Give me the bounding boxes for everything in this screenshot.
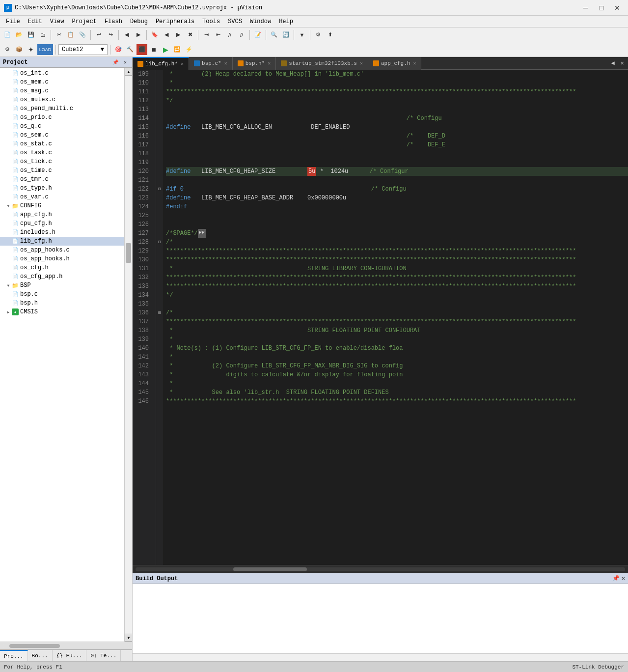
sidebar-item-bsp_h[interactable]: 📄 bsp.h (0, 299, 124, 308)
fold-136[interactable]: ⊟ (156, 308, 163, 317)
insert-snippet-button[interactable]: 📝 (252, 29, 263, 40)
debug-settings-button[interactable]: ⚙ (313, 29, 324, 40)
indent-button[interactable]: ⇥ (201, 29, 212, 40)
save-all-button[interactable]: 🗂 (37, 29, 48, 40)
open-button[interactable]: 📂 (14, 29, 25, 40)
build-target-button[interactable]: 🔨 (125, 44, 136, 55)
sidebar-horizontal-scrollbar[interactable] (0, 642, 132, 649)
tab-scroll-left[interactable]: ◀ (609, 59, 617, 67)
menu-view[interactable]: View (46, 17, 68, 26)
tab-close-button[interactable]: ✕ (181, 61, 184, 67)
scroll-down-arrow[interactable]: ▼ (125, 634, 132, 642)
sidebar-pin-button[interactable]: 📌 (111, 58, 119, 66)
minimize-button[interactable]: ─ (579, 3, 593, 13)
tab-bsp_h[interactable]: bsp.h* ✕ (233, 57, 276, 70)
load-button[interactable]: LOAD (37, 44, 53, 55)
fold-122[interactable]: ⊟ (156, 185, 163, 194)
code-content[interactable]: * (2) Heap declared to Mem_Heap[] in 'li… (163, 70, 628, 565)
sidebar-item-os_app_hooks_h[interactable]: 📄 os_app_hooks.h (0, 254, 124, 263)
menu-file[interactable]: File (2, 17, 24, 26)
debug-load-button[interactable]: ⬆ (325, 29, 335, 40)
stop-build-button[interactable]: ⏹ (148, 44, 159, 55)
menu-peripherals[interactable]: Peripherals (152, 17, 198, 26)
sidebar-item-CONFIG-folder[interactable]: ▼ 📁 CONFIG (0, 201, 124, 210)
manage-button[interactable]: 📦 (14, 44, 25, 55)
sidebar-item-os_tmr_c[interactable]: 📄 os_tmr.c (0, 175, 124, 184)
scroll-up-arrow[interactable]: ▲ (125, 68, 132, 76)
hscroll-thumb[interactable] (9, 644, 60, 648)
find-button[interactable]: 🔍 (269, 29, 279, 40)
sidebar-item-bsp_c[interactable]: 📄 bsp.c (0, 290, 124, 299)
sidebar-close-button[interactable]: ✕ (121, 58, 129, 66)
tab-close-button[interactable]: ✕ (360, 60, 363, 66)
bookmark-clear-button[interactable]: ✖ (185, 29, 195, 40)
nav-forward-button[interactable]: ▶ (133, 29, 144, 40)
sidebar-item-os_q_c[interactable]: 📄 os_q.c (0, 122, 124, 131)
sidebar-item-os_sem_c[interactable]: 📄 os_sem.c (0, 131, 124, 140)
sidebar-tab-functions[interactable]: {} Fu... (53, 650, 87, 661)
sidebar-item-os_stat_c[interactable]: 📄 os_stat.c (0, 140, 124, 148)
magic-wand-button[interactable]: ✦ (26, 44, 36, 55)
tab-close-button[interactable]: ✕ (268, 60, 271, 66)
debug-button[interactable]: ⚡ (184, 44, 194, 55)
sidebar-item-os_tick_c[interactable]: 📄 os_tick.c (0, 157, 124, 166)
hscroll-thumb[interactable] (233, 567, 307, 571)
redo-button[interactable]: ↪ (105, 29, 116, 40)
sidebar-item-os_prio_c[interactable]: 📄 os_prio.c (0, 113, 124, 122)
copy-button[interactable]: 📋 (65, 29, 76, 40)
tab-close-button[interactable]: ✕ (224, 60, 227, 66)
menu-flash[interactable]: Flash (101, 17, 126, 26)
sidebar-item-cpu_cfg_h[interactable]: 📄 cpu_cfg.h (0, 219, 124, 228)
fold-128[interactable]: ⊟ (156, 238, 163, 247)
sidebar-item-os_cfg_app_h[interactable]: 📄 os_cfg_app.h (0, 272, 124, 281)
nav-back-button[interactable]: ◀ (121, 29, 132, 40)
sidebar-item-includes_h[interactable]: 📄 includes.h (0, 228, 124, 237)
sidebar-item-os_task_c[interactable]: 📄 os_task.c (0, 148, 124, 157)
menu-help[interactable]: Help (275, 17, 297, 26)
sidebar-item-os_var_c[interactable]: 📄 os_var.c (0, 193, 124, 201)
sidebar-vertical-scrollbar[interactable]: ▲ ▼ (124, 68, 132, 642)
sidebar-item-os_msg_c[interactable]: 📄 os_msg.c (0, 86, 124, 95)
bookmark-next-button[interactable]: ▶ (173, 29, 184, 40)
comment-button[interactable]: // (224, 29, 235, 40)
sidebar-item-os_type_h[interactable]: 📄 os_type.h (0, 184, 124, 193)
sidebar-item-os_int_c[interactable]: 📄 os_int.c (0, 69, 124, 78)
menu-tools[interactable]: Tools (198, 17, 224, 26)
menu-svcs[interactable]: SVCS (224, 17, 246, 26)
scroll-thumb[interactable] (126, 243, 131, 263)
replace-button[interactable]: 🔄 (280, 29, 291, 40)
bookmark-button[interactable]: 🔖 (149, 29, 160, 40)
build-output-hscroll[interactable] (133, 653, 628, 661)
start-debug-button[interactable]: 🔁 (172, 44, 183, 55)
sidebar-item-BSP-folder[interactable]: ▼ 📁 BSP (0, 281, 124, 290)
sidebar-item-os_time_c[interactable]: 📄 os_time.c (0, 166, 124, 175)
sidebar-item-os_mem_c[interactable]: 📄 os_mem.c (0, 78, 124, 86)
new-file-button[interactable]: 📄 (2, 29, 13, 40)
tab-startup_s[interactable]: startup_stm32f103xb.s ✕ (276, 57, 368, 70)
maximize-button[interactable]: □ (595, 3, 608, 13)
tab-close-all[interactable]: ✕ (619, 59, 626, 67)
run-button[interactable]: ▶ (160, 44, 171, 55)
sidebar-item-os_app_hooks_c[interactable]: 📄 os_app_hooks.c (0, 246, 124, 254)
build-output-close[interactable]: ✕ (622, 575, 625, 582)
tab-app_cfg_h[interactable]: app_cfg.h ✕ (368, 57, 421, 70)
sidebar-item-app_cfg_h[interactable]: 📄 app_cfg.h (0, 210, 124, 219)
undo-button[interactable]: ↩ (93, 29, 104, 40)
target-options-button[interactable]: ⚙ (2, 44, 13, 55)
tab-bsp_c[interactable]: bsp.c* ✕ (189, 57, 233, 70)
menu-window[interactable]: Window (246, 17, 275, 26)
unindent-button[interactable]: ⇤ (213, 29, 223, 40)
tab-lib_cfg_h[interactable]: lib_cfg.h* ✕ (133, 57, 189, 70)
paste-button[interactable]: 📎 (77, 29, 88, 40)
sidebar-item-os_mutex_c[interactable]: 📄 os_mutex.c (0, 95, 124, 104)
build-config-dropdown-button[interactable]: ▼ (297, 29, 307, 40)
build-output-pin[interactable]: 📌 (612, 575, 620, 582)
sidebar-item-CMSIS[interactable]: ▶ ♦ CMSIS (0, 308, 124, 316)
menu-debug[interactable]: Debug (126, 17, 152, 26)
menu-project[interactable]: Project (68, 17, 100, 26)
save-button[interactable]: 💾 (26, 29, 36, 40)
bookmark-prev-button[interactable]: ◀ (161, 29, 172, 40)
code-editor[interactable]: 109 110 111 112 113 114 115 116 117 118 … (133, 70, 628, 565)
rebuild-button[interactable]: ⬛ (137, 44, 147, 55)
close-button[interactable]: ✕ (610, 3, 624, 13)
